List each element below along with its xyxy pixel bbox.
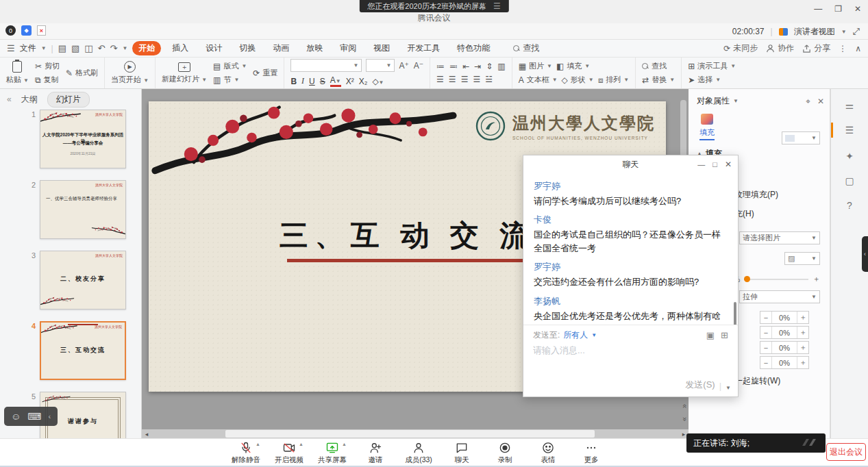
numbering-icon[interactable]: ≕ xyxy=(449,62,458,71)
picture-button[interactable]: ▦图片▼ xyxy=(519,61,552,71)
align-right-icon[interactable]: ☰ xyxy=(461,75,469,84)
more-button[interactable]: 更多 xyxy=(573,441,609,465)
line-spacing-icon[interactable]: ⇕ xyxy=(486,62,493,71)
slider-plus-icon[interactable]: ＋ xyxy=(813,274,820,284)
file-menu[interactable]: 文件 xyxy=(20,42,36,54)
redo-icon[interactable]: ↷ xyxy=(110,43,118,53)
fill-color-combo[interactable]: ▼ xyxy=(782,131,820,144)
emoji-helper-icon[interactable]: ☺ xyxy=(11,411,21,422)
paste-button[interactable]: 粘贴 ▼ xyxy=(6,61,29,85)
send-to-select[interactable]: 所有人 xyxy=(563,329,588,341)
leave-meeting-button[interactable]: 退出会议 xyxy=(826,443,866,461)
decrease-font-icon[interactable]: A⁻ xyxy=(414,61,423,71)
chevron-down-icon[interactable]: ▼ xyxy=(841,29,847,35)
section-button[interactable]: ▥节▼ xyxy=(213,75,247,85)
members-button[interactable]: 成员(33) xyxy=(401,441,436,465)
chat-titlebar[interactable]: 聊天 — □ ✕ xyxy=(523,155,738,173)
chevron-down-icon[interactable]: ▼ xyxy=(122,45,127,51)
chevron-down-icon[interactable]: ▼ xyxy=(41,45,47,51)
copy-button[interactable]: ⧉复制 xyxy=(35,75,60,85)
slider-thumb[interactable] xyxy=(744,276,750,282)
share-button[interactable]: 分享 xyxy=(802,42,830,54)
chevron-up-icon[interactable]: ▲ xyxy=(299,442,303,446)
subscript-button[interactable]: X₂ xyxy=(359,77,368,86)
play-current-button[interactable]: ▶ 当页开始 ▼ xyxy=(111,61,149,85)
keyboard-icon[interactable]: ⌨ xyxy=(27,411,41,422)
textbox-button[interactable]: A文本框▼ xyxy=(519,75,558,85)
shape-button[interactable]: ◇形状▼ xyxy=(562,75,594,85)
cut-button[interactable]: ✂剪切 xyxy=(35,61,60,71)
layout-pane-icon[interactable]: ▢ xyxy=(831,175,868,186)
text-effects-button[interactable]: ◇▼ xyxy=(372,77,384,86)
send-button[interactable]: 发送(S) xyxy=(685,379,715,391)
tab-home[interactable]: 开始 xyxy=(132,41,161,55)
justify-icon[interactable]: ☰ xyxy=(473,75,480,84)
canvas-horizontal-scrollbar[interactable]: ◂ ▸ xyxy=(142,429,689,438)
sync-status[interactable]: ⟳ 未同步 xyxy=(723,42,758,54)
slide-thumb-1[interactable]: 1 温州大学人文学院 人文学院2020年下半年毕业班服务系列活动 ——考公考编分… xyxy=(26,110,141,168)
bullets-icon[interactable]: ≔ xyxy=(436,62,445,71)
screenshot-icon[interactable]: ⊞ xyxy=(721,330,728,340)
columns-icon[interactable]: ▥ xyxy=(497,62,505,71)
tab-slides[interactable]: 幻灯片 xyxy=(47,92,90,108)
tab-slideshow[interactable]: 放映 xyxy=(300,41,329,55)
align-center-icon[interactable]: ☰ xyxy=(449,75,456,84)
slide-thumb-3[interactable]: 3 温州大学人文学院 二、校友分享 xyxy=(26,251,141,310)
font-size-combo[interactable]: ▼ xyxy=(366,59,395,72)
align-left-icon[interactable]: ☰ xyxy=(436,75,444,84)
fill-tab[interactable]: 填充 xyxy=(699,114,715,140)
print-icon[interactable]: ▧ xyxy=(71,43,79,53)
offset-top-stepper[interactable]: −0%＋ xyxy=(760,341,809,354)
start-video-button[interactable]: ▲ 开启视频 xyxy=(271,441,307,465)
preview-icon[interactable]: ◫ xyxy=(84,43,92,53)
chevron-up-icon[interactable]: ▲ xyxy=(342,442,347,446)
tab-devtools[interactable]: 开发工具 xyxy=(401,41,446,55)
fullscreen-icon[interactable]: ⤢ xyxy=(853,26,860,37)
tab-view[interactable]: 视图 xyxy=(367,41,396,55)
collab-button[interactable]: 协作 xyxy=(766,42,794,54)
underline-button[interactable]: U xyxy=(309,77,315,86)
record-button[interactable]: 录制 xyxy=(487,441,523,465)
image-icon[interactable]: ▣ xyxy=(706,330,715,340)
distribute-icon[interactable]: ☱ xyxy=(485,75,493,84)
panel-collapse-handle[interactable]: ‹ xyxy=(862,236,868,272)
properties-icon[interactable]: ☰ xyxy=(831,125,868,136)
minimize-icon[interactable]: — xyxy=(697,160,705,168)
hscroll-thumb[interactable] xyxy=(225,430,595,438)
input-helper-pill[interactable]: ☺ ⌨ ‹ xyxy=(4,407,58,426)
font-color-button[interactable]: A▼ xyxy=(330,75,341,87)
help-icon[interactable]: ? xyxy=(831,200,868,211)
pick-picture-combo[interactable]: 请选择图片▼ xyxy=(739,231,820,244)
find-button[interactable]: 查找 xyxy=(642,61,675,71)
invite-button[interactable]: 邀请 xyxy=(358,441,393,465)
slide-thumb-2[interactable]: 2 温州大学人文学院 一、优学三会辅导员贵老师经验分享 xyxy=(26,180,141,239)
save-icon[interactable]: ▤ xyxy=(58,43,66,53)
arrange-button[interactable]: ⧈排列▼ xyxy=(598,75,630,85)
pin-icon[interactable]: ⌖ xyxy=(806,97,810,106)
tab-outline[interactable]: 大纲 xyxy=(21,94,38,105)
chevron-down-icon[interactable]: ▼ xyxy=(591,332,597,338)
maximize-icon[interactable]: □ xyxy=(712,160,717,168)
format-painter-button[interactable]: ✎格式刷 xyxy=(66,68,98,78)
restore-icon[interactable]: ❐ xyxy=(834,4,842,14)
collapse-left-icon[interactable]: ‹ xyxy=(49,412,51,420)
send-options-icon[interactable]: ▼ xyxy=(726,385,731,391)
reset-button[interactable]: ⟳重置 xyxy=(253,68,277,78)
present-tools-button[interactable]: ⊞演示工具▼ xyxy=(688,61,736,71)
docs-icon[interactable]: ◆ xyxy=(21,25,32,36)
share-screen-button[interactable]: ▲ 共享屏幕 xyxy=(314,441,350,465)
chat-scrollbar[interactable] xyxy=(734,302,736,325)
hamburger-icon[interactable]: ☰ xyxy=(7,43,15,53)
superscript-button[interactable]: X² xyxy=(346,77,354,86)
minimize-icon[interactable]: — xyxy=(814,4,822,14)
tab-features[interactable]: 特色功能 xyxy=(451,41,496,55)
font-family-combo[interactable]: ▼ xyxy=(290,59,362,72)
unmute-button[interactable]: ▲ 解除静音 xyxy=(228,441,264,465)
bold-button[interactable]: B xyxy=(290,77,297,86)
fill-button[interactable]: ◧填充▼ xyxy=(556,61,590,71)
stop-doc-icon[interactable]: × xyxy=(37,25,46,36)
notification-badge-icon[interactable]: 0 xyxy=(5,25,16,36)
chat-button[interactable]: 聊天 xyxy=(444,441,480,465)
banner-menu-icon[interactable]: ☰ xyxy=(493,1,501,11)
chat-input[interactable] xyxy=(523,342,738,358)
